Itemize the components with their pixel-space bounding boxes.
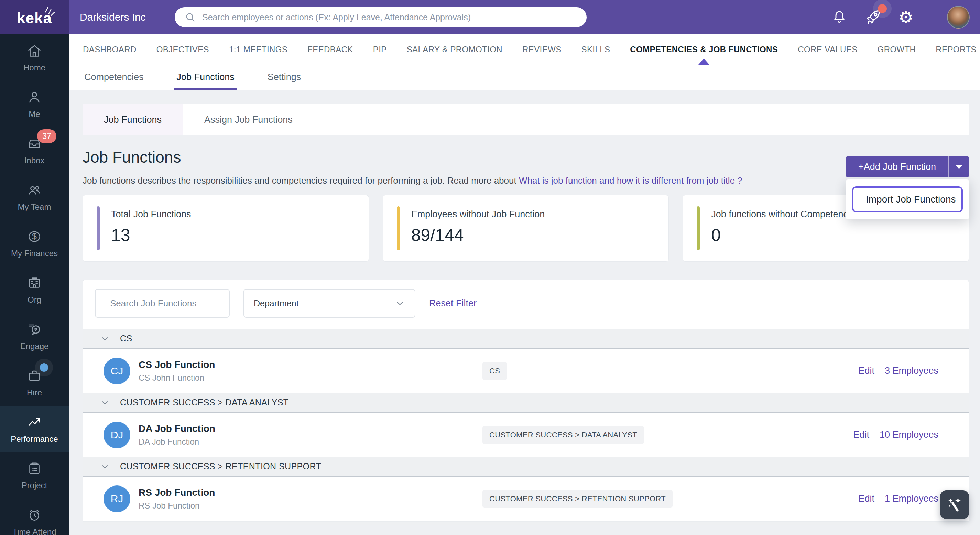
view-tab-job-functions[interactable]: Job Functions: [83, 104, 183, 135]
stat-card-employees-without-job-function: Employees without Job Function 89/144: [383, 195, 669, 262]
add-job-function-split-button: +Add Job Function Import Job Functions: [846, 156, 969, 177]
tab-reviews[interactable]: REVIEWS: [512, 34, 571, 65]
tab-growth[interactable]: GROWTH: [867, 34, 926, 65]
sidebar-item-engage[interactable]: Engage: [0, 313, 69, 359]
edit-link[interactable]: Edit: [858, 366, 875, 376]
sidebar-item-org[interactable]: Org: [0, 266, 69, 313]
stat-accent-bar: [697, 206, 700, 250]
job-avatar: RJ: [103, 486, 130, 512]
sidebar-item-hire[interactable]: Hire: [0, 359, 69, 406]
content: Job Functions Assign Job Functions Job F…: [69, 104, 980, 525]
dollar-icon: $: [27, 229, 42, 244]
tab-dashboard[interactable]: DASHBOARD: [73, 34, 146, 65]
chevron-down-icon: [100, 462, 110, 471]
tab-feedback[interactable]: FEEDBACK: [298, 34, 363, 65]
keka-logo[interactable]: keka: [0, 0, 69, 34]
add-job-function-dropdown-toggle[interactable]: [949, 156, 969, 177]
employees-link[interactable]: 10 Employees: [880, 430, 939, 440]
trend-arrow-icon: [27, 414, 42, 430]
alarm-clock-icon: [27, 507, 42, 523]
add-job-function-button[interactable]: +Add Job Function: [846, 156, 949, 177]
department-filter-select[interactable]: Department: [243, 289, 415, 318]
clipboard-icon: [27, 461, 42, 476]
sidebar-item-time-attend[interactable]: Time Attend: [0, 498, 69, 535]
stat-value: 0: [711, 225, 969, 245]
group-header-cs[interactable]: CS: [83, 330, 969, 349]
settings-gear-icon[interactable]: ⚙: [899, 9, 913, 25]
edit-link[interactable]: Edit: [858, 494, 875, 504]
building-icon: [27, 275, 42, 291]
tab-competencies-job-functions[interactable]: COMPETENCIES & JOB FUNCTIONS: [620, 34, 788, 65]
group-header-data-analyst[interactable]: CUSTOMER SUCCESS > DATA ANALYST: [83, 393, 969, 412]
sidebar-item-me[interactable]: Me: [0, 81, 69, 127]
next-group-header-partial: [83, 521, 969, 525]
edit-link[interactable]: Edit: [853, 430, 869, 440]
job-title: RS Job Function: [138, 487, 482, 498]
sidebar-item-my-finances[interactable]: $ My Finances: [0, 220, 69, 266]
user-avatar[interactable]: [947, 6, 970, 29]
topbar: keka Darksiders Inc: [0, 0, 980, 34]
job-row: RJ RS Job Function RS Job Function CUSTO…: [83, 476, 969, 521]
employees-link[interactable]: 1 Employees: [885, 494, 939, 504]
job-row: CJ CS Job Function CS John Function CS E…: [83, 349, 969, 393]
sub-nav: Competencies Job Functions Settings: [69, 65, 980, 90]
topbar-divider: [930, 10, 931, 25]
global-search-input[interactable]: [202, 13, 577, 22]
logo-spark-icon: [43, 4, 57, 18]
tab-objectives[interactable]: OBJECTIVES: [146, 34, 219, 65]
magic-wand-fab[interactable]: [940, 490, 969, 519]
page-title: Job Functions: [83, 148, 969, 166]
stats-row: Total Job Functions 13 Employees without…: [83, 195, 969, 262]
hire-notification-dot: [40, 363, 48, 372]
job-row: DJ DA Job Function DA Job Function CUSTO…: [83, 412, 969, 457]
svg-text:$: $: [32, 231, 37, 241]
chat-heart-icon: [27, 322, 42, 337]
job-avatar: CJ: [103, 358, 130, 384]
chevron-down-icon: [395, 298, 405, 309]
tab-pip[interactable]: PIP: [363, 34, 397, 65]
job-function-search: [95, 289, 230, 318]
sidebar-item-my-team[interactable]: My Team: [0, 174, 69, 220]
tab-skills[interactable]: SKILLS: [571, 34, 620, 65]
sidebar-item-performance[interactable]: Performance: [0, 406, 69, 452]
people-icon: [27, 182, 42, 198]
inbox-count-badge: 37: [37, 129, 56, 143]
job-functions-table-card: Department Reset Filter CS CJ CS Job Fun…: [83, 280, 969, 525]
whats-new-rocket-icon[interactable]: [864, 8, 882, 26]
employees-link[interactable]: 3 Employees: [885, 366, 939, 376]
subtab-competencies[interactable]: Competencies: [84, 65, 144, 90]
tab-salary-promotion[interactable]: SALARY & PROMOTION: [397, 34, 512, 65]
chevron-down-icon: [955, 165, 963, 169]
home-icon: [27, 43, 42, 59]
view-tabs: Job Functions Assign Job Functions: [83, 104, 969, 135]
job-title: DA Job Function: [138, 423, 482, 434]
job-function-help-link[interactable]: What is job function and how it is diffe…: [519, 175, 742, 186]
subtab-settings[interactable]: Settings: [267, 65, 301, 90]
sidebar-item-home[interactable]: Home: [0, 34, 69, 81]
module-nav: DASHBOARD OBJECTIVES 1:1 MEETINGS FEEDBA…: [69, 34, 980, 65]
reset-filter-link[interactable]: Reset Filter: [429, 298, 477, 309]
chevron-down-icon: [100, 334, 110, 344]
stat-value: 89/144: [411, 225, 669, 245]
notifications-bell-icon[interactable]: [831, 9, 848, 25]
group-header-retention-support[interactable]: CUSTOMER SUCCESS > RETENTION SUPPORT: [83, 457, 969, 476]
tab-reports[interactable]: REPORTS: [926, 34, 980, 65]
subtab-job-functions[interactable]: Job Functions: [177, 65, 234, 90]
job-subtitle: CS John Function: [138, 373, 482, 383]
tab-1-1-meetings[interactable]: 1:1 MEETINGS: [219, 34, 298, 65]
view-tab-assign-job-functions[interactable]: Assign Job Functions: [183, 104, 314, 135]
stat-accent-bar: [97, 206, 100, 250]
import-job-functions-menu-item[interactable]: Import Job Functions: [852, 186, 963, 212]
sidebar: Home Me Inbox 37 My Team $ My Finances: [0, 34, 69, 535]
main-area: DASHBOARD OBJECTIVES 1:1 MEETINGS FEEDBA…: [69, 34, 980, 535]
global-search: [175, 7, 587, 27]
page-header: Job Functions Job functions describes th…: [83, 148, 969, 186]
tab-core-values[interactable]: CORE VALUES: [788, 34, 867, 65]
page-description: Job functions describes the responsibili…: [83, 175, 969, 186]
job-subtitle: DA Job Function: [138, 437, 482, 447]
stat-accent-bar: [397, 206, 400, 250]
sidebar-item-project[interactable]: Project: [0, 452, 69, 498]
notification-dot: [878, 4, 887, 13]
job-function-search-input[interactable]: [110, 298, 225, 309]
sidebar-item-inbox[interactable]: Inbox 37: [0, 127, 69, 174]
